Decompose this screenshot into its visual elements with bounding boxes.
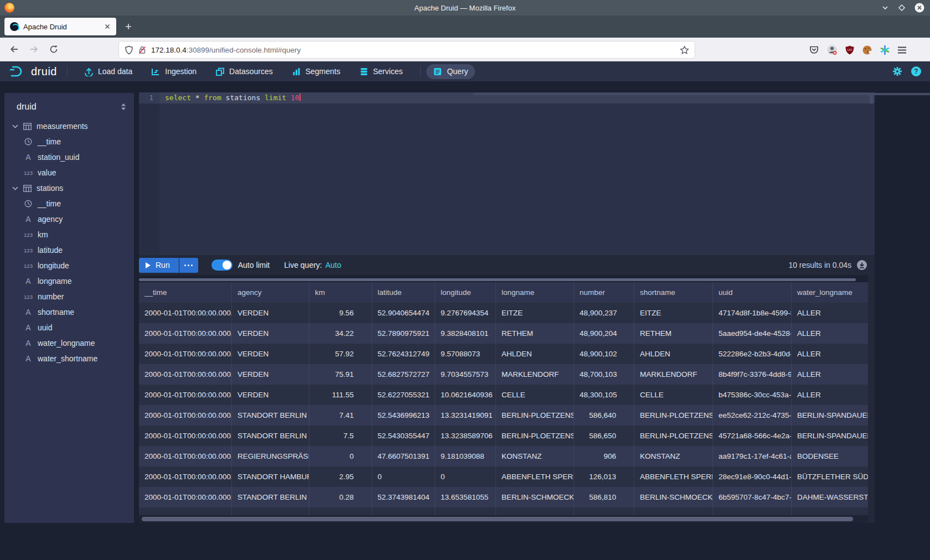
cell-km[interactable]: 34.22 xyxy=(309,323,372,344)
cell-number[interactable]: 48,900,237 xyxy=(574,303,634,323)
cell-longitude[interactable]: 9.3828408101 xyxy=(435,323,496,344)
bookmark-star-icon[interactable] xyxy=(680,45,689,55)
cell-uuid[interactable]: 28ec91e8-90c0-44d1-8fc xyxy=(713,466,792,487)
cell-number[interactable]: 586,640 xyxy=(574,405,634,426)
tree-column-water-longname[interactable]: Awater_longname xyxy=(4,335,134,351)
cell-longitude[interactable]: 9.57088073 xyxy=(435,344,496,364)
cell-number[interactable]: 906 xyxy=(574,446,634,466)
cell-km[interactable]: 7.41 xyxy=(309,405,372,426)
cell-agency[interactable]: STANDORT BERLIN xyxy=(232,487,309,507)
chevron-down-icon[interactable] xyxy=(12,186,18,190)
minimize-icon[interactable] xyxy=(881,4,889,12)
cell-km[interactable]: 2.95 xyxy=(309,466,372,487)
cell-water-longname[interactable]: ALLER xyxy=(792,344,868,364)
cell-longitude[interactable]: 13.653581055 xyxy=(435,487,496,507)
back-icon[interactable] xyxy=(6,41,22,58)
cell-shortname[interactable]: ABBENFLETH SPERRWERK xyxy=(634,466,713,487)
nav-ingestion[interactable]: Ingestion xyxy=(144,64,203,79)
cell-longname[interactable]: MARKLENDORF xyxy=(496,364,574,385)
cell-latitude[interactable]: 52.3743981404 xyxy=(372,487,435,507)
ublock-icon[interactable]: UO xyxy=(845,45,855,55)
cell-water-longname[interactable]: DAHME-WASSERSTRAS xyxy=(792,487,868,507)
cell-number[interactable]: 126,013 xyxy=(574,466,634,487)
run-more-button[interactable] xyxy=(179,258,198,273)
forward-icon[interactable] xyxy=(25,41,42,58)
cell-uuid[interactable]: b475386c-30cc-453a-b37 xyxy=(713,385,792,405)
tree-column-uuid[interactable]: Auuid xyxy=(4,320,134,335)
cell-longname[interactable]: BERLIN-PLOETZENSEE UW xyxy=(496,426,574,446)
sql-editor[interactable]: 1 select * from stations limit 10 xyxy=(139,92,875,255)
tab-close-icon[interactable] xyxy=(104,23,111,30)
cell---time[interactable]: 2000-01-01T00:00:00.000Z xyxy=(139,446,232,466)
cell-shortname[interactable]: AHLDEN xyxy=(634,344,713,364)
cookie-icon[interactable] xyxy=(862,45,872,55)
tree-column---time[interactable]: __time xyxy=(4,196,134,211)
cell-uuid[interactable]: 47174d8f-1b8e-4599-8a9 xyxy=(713,303,792,323)
cell-latitude[interactable]: 47.6607501391 xyxy=(372,446,435,466)
cell---time[interactable]: 2000-01-01T00:00:00.000Z xyxy=(139,426,232,446)
tree-column-shortname[interactable]: Ashortname xyxy=(4,304,134,320)
lock-broken-icon[interactable] xyxy=(138,45,147,55)
cell-latitude[interactable]: 52.5436996213 xyxy=(372,405,435,426)
cell---time[interactable]: 2000-01-01T00:00:00.000Z xyxy=(139,487,232,507)
nav-datasources[interactable]: Datasources xyxy=(209,64,280,79)
cell-shortname[interactable]: EITZE xyxy=(634,303,713,323)
cell-shortname[interactable]: BERLIN-SCHMOECKWITZ xyxy=(634,487,713,507)
cell-latitude[interactable]: 0 xyxy=(372,466,435,487)
cell-shortname[interactable]: RETHEM xyxy=(634,323,713,344)
cell-number[interactable]: 586,650 xyxy=(574,426,634,446)
column-header-agency[interactable]: agency xyxy=(232,282,309,303)
cell-water-longname[interactable]: ALLER xyxy=(792,303,868,323)
tree-column-km[interactable]: 123km xyxy=(4,227,134,242)
cell-number[interactable]: 48,900,204 xyxy=(574,323,634,344)
pocket-icon[interactable] xyxy=(809,45,819,55)
tree-column-longitude[interactable]: 123longitude xyxy=(4,258,134,273)
cell-longname[interactable]: RETHEM xyxy=(496,323,574,344)
nav-services[interactable]: Services xyxy=(353,64,410,79)
cell-agency[interactable]: STANDORT HAMBURG xyxy=(232,466,309,487)
cell-agency[interactable]: VERDEN xyxy=(232,344,309,364)
cell-water-longname[interactable]: ALLER xyxy=(792,323,868,344)
cell-agency[interactable]: VERDEN xyxy=(232,323,309,344)
tree-column-longname[interactable]: Alongname xyxy=(4,273,134,289)
cell-km[interactable]: 9.56 xyxy=(309,303,372,323)
cell-water-longname[interactable]: BERLIN-SPANDAUER-SCH xyxy=(792,426,868,446)
cell---time[interactable]: 2000-01-01T00:00:00.000Z xyxy=(139,323,232,344)
cell-latitude[interactable]: 52.6227055321 xyxy=(372,385,435,405)
cell-longname[interactable]: BERLIN-PLOETZENSEE OW xyxy=(496,405,574,426)
table-bottom-scrollbar[interactable] xyxy=(139,515,868,523)
cell-latitude[interactable]: 52.6827572727 xyxy=(372,364,435,385)
cell-agency[interactable]: VERDEN xyxy=(232,303,309,323)
cell-longname[interactable]: KONSTANZ xyxy=(496,446,574,466)
cell-km[interactable]: 75.91 xyxy=(309,364,372,385)
cell-agency[interactable]: STANDORT BERLIN xyxy=(232,405,309,426)
cell---time[interactable]: 2000-01-01T00:00:00.000Z xyxy=(139,385,232,405)
cell-shortname[interactable]: MARKLENDORF xyxy=(634,364,713,385)
cell---time[interactable]: 2000-01-01T00:00:00.000Z xyxy=(139,466,232,487)
tree-column-value[interactable]: 123value xyxy=(4,165,134,180)
cell-agency[interactable]: VERDEN xyxy=(232,385,309,405)
cell-longname[interactable]: EITZE xyxy=(496,303,574,323)
sql-code[interactable]: select * from stations limit 10 xyxy=(159,92,301,103)
cell-km[interactable]: 7.5 xyxy=(309,426,372,446)
cell-latitude[interactable]: 52.7890975921 xyxy=(372,323,435,344)
cell-number[interactable]: 586,810 xyxy=(574,487,634,507)
cell-latitude[interactable]: 52.5430355447 xyxy=(372,426,435,446)
tree-column-water-shortname[interactable]: Awater_shortname xyxy=(4,351,134,366)
close-icon[interactable] xyxy=(914,3,924,13)
cell-uuid[interactable]: 45721a68-566c-4e2a-a64 xyxy=(713,426,792,446)
cell-longname[interactable]: CELLE xyxy=(496,385,574,405)
cell-longitude[interactable]: 9.7034557573 xyxy=(435,364,496,385)
cell-uuid[interactable]: ee52ce62-212c-4735-b42 xyxy=(713,405,792,426)
download-icon[interactable] xyxy=(857,260,867,270)
cell-uuid[interactable]: 522286e2-b2b3-4d0d-9a9 xyxy=(713,344,792,364)
cell-longitude[interactable]: 10.0621640936 xyxy=(435,385,496,405)
cell-latitude[interactable]: 52.9040654474 xyxy=(372,303,435,323)
tree-column-number[interactable]: 123number xyxy=(4,289,134,304)
run-button[interactable]: Run xyxy=(139,258,179,273)
cell-km[interactable]: 0.28 xyxy=(309,487,372,507)
cell-km[interactable]: 0 xyxy=(309,446,372,466)
cell-number[interactable]: 48,900,102 xyxy=(574,344,634,364)
column-header-longitude[interactable]: longitude xyxy=(435,282,496,303)
nav-query[interactable]: Query xyxy=(426,64,474,79)
